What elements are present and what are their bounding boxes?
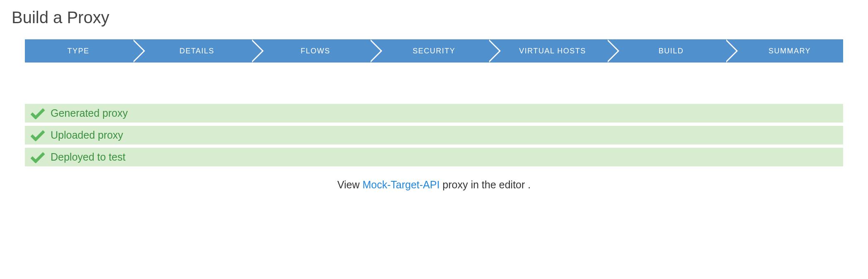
step-label: DETAILS [179,47,214,55]
step-label: SUMMARY [769,47,811,55]
status-text: Generated proxy [51,107,128,119]
step-label: TYPE [67,47,89,55]
page-title: Build a Proxy [12,8,860,27]
status-text: Uploaded proxy [51,129,123,141]
check-icon [31,152,45,163]
step-summary[interactable]: SUMMARY [725,39,843,63]
proxy-link[interactable]: Mock-Target-API [362,179,439,190]
status-item: Generated proxy [25,104,843,123]
check-icon [31,108,45,119]
step-label: VIRTUAL HOSTS [519,47,586,55]
step-build[interactable]: BUILD [606,39,725,63]
status-item: Uploaded proxy [25,126,843,144]
footer-message: View Mock-Target-API proxy in the editor… [8,179,860,191]
step-type[interactable]: TYPE [25,39,132,63]
footer-suffix: proxy in the editor . [440,179,531,190]
step-label: SECURITY [412,47,455,55]
step-details[interactable]: DETAILS [132,39,250,63]
check-icon [31,130,45,141]
status-list: Generated proxy Uploaded proxy Deployed … [25,104,843,166]
step-label: BUILD [659,47,684,55]
wizard-steps: TYPE DETAILS FLOWS SECURITY VIRTUAL HOST… [25,39,843,63]
step-label: FLOWS [301,47,330,55]
footer-prefix: View [337,179,363,190]
step-virtual-hosts[interactable]: VIRTUAL HOSTS [487,39,606,63]
status-item: Deployed to test [25,148,843,166]
step-flows[interactable]: FLOWS [250,39,369,63]
status-text: Deployed to test [51,151,126,163]
step-security[interactable]: SECURITY [369,39,487,63]
